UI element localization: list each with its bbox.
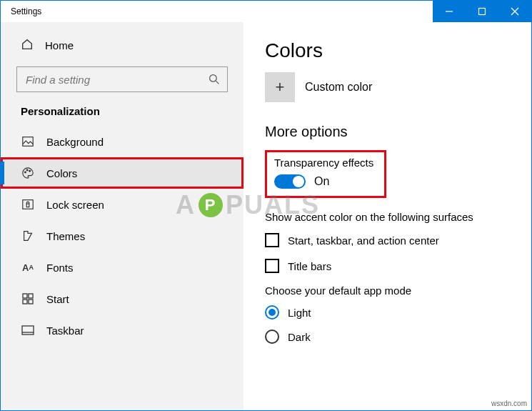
svg-point-7 — [25, 172, 26, 173]
picture-icon — [21, 134, 35, 149]
check-title-bars[interactable]: Title bars — [265, 259, 510, 273]
section-label: Personalization — [1, 105, 244, 126]
search-box[interactable] — [16, 66, 228, 92]
svg-rect-1 — [479, 9, 486, 15]
accent-surfaces-label: Show accent color on the following surfa… — [265, 211, 510, 223]
sidebar-item-label: Themes — [46, 230, 85, 242]
source-label: wsxdn.com — [491, 400, 527, 407]
svg-rect-11 — [26, 204, 29, 207]
svg-rect-15 — [29, 299, 33, 304]
maximize-icon — [478, 7, 486, 16]
body: Home Personalization Background Co — [1, 22, 531, 410]
radio-icon[interactable] — [265, 330, 279, 344]
sidebar-item-label: Fonts — [46, 262, 74, 274]
check-label: Start, taskbar, and action center — [288, 234, 439, 247]
sidebar-item-background[interactable]: Background — [1, 126, 244, 157]
svg-line-5 — [216, 81, 219, 84]
sidebar-item-taskbar[interactable]: Taskbar — [1, 315, 244, 346]
titlebar: Settings — [1, 1, 531, 22]
settings-window: Settings Home — [0, 0, 532, 411]
transparency-group: Transparency effects On — [265, 150, 386, 198]
home-label: Home — [45, 39, 74, 51]
sidebar-item-themes[interactable]: Themes — [1, 220, 244, 252]
main-content: Colors + Custom color More options Trans… — [244, 22, 531, 410]
svg-rect-10 — [23, 200, 33, 209]
transparency-toggle-row: On — [274, 174, 377, 189]
minimize-button[interactable] — [433, 1, 466, 22]
custom-color-row[interactable]: + Custom color — [265, 72, 510, 102]
radio-icon[interactable] — [265, 305, 279, 320]
sidebar-item-fonts[interactable]: AA Fonts — [1, 252, 244, 283]
transparency-label: Transparency effects — [274, 157, 377, 169]
radio-light[interactable]: Light — [265, 305, 510, 320]
svg-point-8 — [26, 169, 28, 171]
sidebar-item-lock-screen[interactable]: Lock screen — [1, 189, 244, 220]
svg-point-4 — [210, 75, 217, 82]
svg-rect-13 — [29, 294, 33, 298]
themes-icon — [21, 229, 35, 243]
svg-rect-12 — [23, 294, 27, 298]
window-title: Settings — [1, 6, 41, 16]
palette-icon — [21, 166, 35, 180]
transparency-toggle[interactable] — [274, 174, 306, 189]
svg-rect-16 — [22, 326, 34, 335]
sidebar-item-label: Lock screen — [46, 199, 104, 211]
search-input[interactable] — [24, 73, 209, 86]
sidebar-item-label: Taskbar — [46, 325, 84, 337]
custom-color-swatch[interactable]: + — [265, 72, 295, 102]
radio-dark[interactable]: Dark — [265, 330, 510, 344]
maximize-button[interactable] — [466, 1, 498, 22]
minimize-icon — [445, 7, 453, 16]
checkbox-icon[interactable] — [265, 259, 279, 273]
plus-icon: + — [276, 79, 285, 95]
sidebar-item-colors[interactable]: Colors — [1, 157, 244, 189]
close-button[interactable] — [498, 1, 531, 22]
app-mode-label: Choose your default app mode — [265, 284, 510, 297]
fonts-icon: AA — [21, 260, 35, 274]
window-controls — [433, 1, 531, 22]
more-options-heading: More options — [265, 124, 510, 140]
svg-rect-6 — [23, 137, 33, 147]
home-nav[interactable]: Home — [1, 29, 244, 61]
sidebar: Home Personalization Background Co — [1, 22, 244, 410]
svg-rect-14 — [23, 299, 27, 304]
transparency-state: On — [314, 175, 329, 188]
custom-color-label: Custom color — [305, 81, 372, 94]
sidebar-item-label: Background — [46, 136, 104, 148]
sidebar-item-label: Start — [46, 293, 69, 305]
check-label: Title bars — [288, 260, 331, 272]
svg-point-9 — [29, 170, 31, 172]
home-icon — [21, 38, 34, 53]
check-start-taskbar[interactable]: Start, taskbar, and action center — [265, 233, 510, 247]
search-wrap — [1, 66, 244, 105]
radio-label: Dark — [288, 331, 311, 343]
checkbox-icon[interactable] — [265, 233, 279, 247]
page-title: Colors — [265, 39, 510, 62]
close-icon — [511, 7, 519, 16]
search-icon — [209, 74, 220, 85]
sidebar-item-label: Colors — [46, 167, 77, 179]
radio-label: Light — [288, 307, 311, 319]
lock-screen-icon — [21, 197, 35, 212]
taskbar-icon — [21, 323, 35, 337]
start-icon — [21, 292, 35, 306]
sidebar-item-start[interactable]: Start — [1, 283, 244, 315]
